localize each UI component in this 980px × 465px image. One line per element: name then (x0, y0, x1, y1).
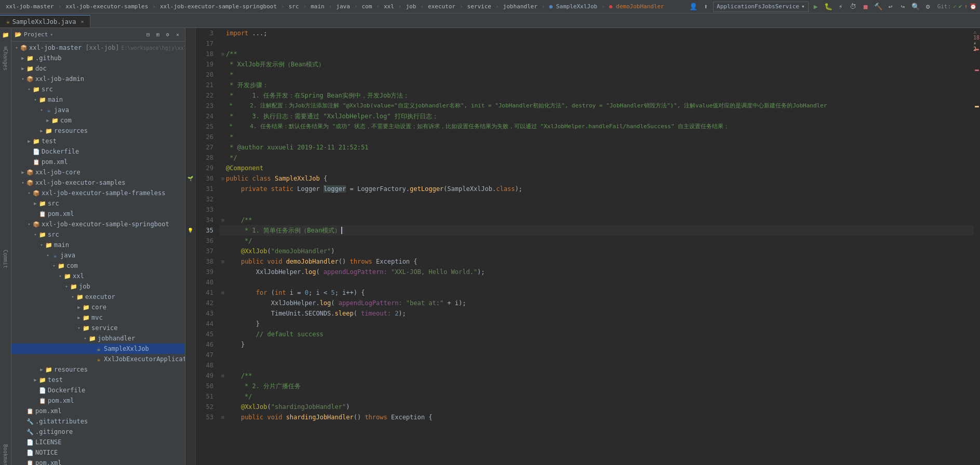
bookmarks-icon[interactable]: Bookmarks (1, 454, 10, 463)
coverage-button[interactable]: ⚡ (836, 2, 846, 12)
profile-run-button[interactable]: ⏱ (848, 2, 858, 12)
run-button[interactable]: ▶ (811, 2, 821, 12)
breadcrumb-src[interactable]: src (286, 2, 302, 11)
tree-item-springboot-resources[interactable]: ▶ 📁 resources (11, 364, 185, 375)
ln-45: 45 (196, 329, 213, 339)
expand-all-icon[interactable]: ⊞ (154, 31, 162, 39)
tab-samplexxljob[interactable]: ☕ SampleXxlJob.java ✕ (0, 15, 90, 28)
gear-icon[interactable]: ⚙ (164, 31, 172, 39)
tree-item-springboot-mvc[interactable]: ▶ 📁 mvc (11, 312, 185, 323)
gutter-35[interactable]: 💡 (185, 225, 195, 236)
breadcrumb-java[interactable]: java (333, 2, 353, 11)
tree-item-springboot-xxl[interactable]: ▾ 📁 xxl (11, 271, 185, 281)
tree-item-frameless-pom[interactable]: ▶ 📋 pom.xml (11, 209, 185, 219)
tree-item-admin-pom[interactable]: ▶ 📋 pom.xml (11, 157, 185, 167)
tree-item-springboot-job[interactable]: ▾ 📁 job (11, 281, 185, 292)
project-icon[interactable]: 📁 (1, 30, 10, 39)
collapse-all-icon[interactable]: ⊟ (144, 31, 152, 39)
vcs-icon[interactable]: ⬆ (701, 2, 711, 12)
breadcrumb-executor[interactable]: executor (425, 2, 458, 11)
redo-button[interactable]: ↪ (898, 2, 908, 12)
breadcrumb-samplexxljob[interactable]: ● SampleXxlJob (546, 2, 600, 11)
tree-item-admin-dockerfile[interactable]: ▶ 📄 Dockerfile (11, 146, 185, 157)
tab-close-icon[interactable]: ✕ (80, 19, 84, 24)
tree-item-admin-resources[interactable]: ▶ 📁 resources (11, 126, 185, 136)
tree-item-springboot-dockerfile[interactable]: ▶ 📄 Dockerfile (11, 385, 185, 395)
tree-item-sample-springboot[interactable]: ▾ 📦 xxl-job-executor-sample-springboot (11, 219, 185, 229)
fold-41[interactable]: ⊟ (220, 288, 226, 298)
undo-button[interactable]: ↩ (885, 2, 896, 12)
tree-item-springboot-jobhandler[interactable]: ▾ 📁 jobhandler (11, 333, 185, 344)
gutter-30[interactable]: 🌱 (185, 173, 195, 184)
folder-icon-springboot-com: 📁 (57, 263, 65, 269)
fold-30[interactable]: ⊟ (220, 173, 226, 184)
code-text-18: /** (226, 49, 237, 59)
commit-icon[interactable]: Commit (1, 254, 10, 264)
breadcrumb-xxl[interactable]: xxl (381, 2, 397, 11)
breadcrumb-jobhandler[interactable]: jobhandler (501, 2, 540, 11)
tree-label-core: xxl-job-core (35, 169, 80, 176)
ln-51: 51 (196, 391, 213, 402)
tree-item-springboot-src[interactable]: ▾ 📁 src (11, 229, 185, 240)
breadcrumb-springboot[interactable]: xxl-job-executor-sample-springboot (157, 2, 279, 11)
tree-item-springboot-main[interactable]: ▾ 📁 main (11, 240, 185, 250)
fold-18[interactable]: ⊟ (220, 49, 226, 59)
breadcrumb-main[interactable]: main (308, 2, 327, 11)
breadcrumb-xxl-job-master[interactable]: xxl-job-master (3, 2, 57, 11)
search-everywhere-button[interactable]: 🔍 (910, 2, 921, 12)
tree-item-doc[interactable]: ▶ 📁 doc (11, 63, 185, 74)
settings-button[interactable]: ⚙ (923, 2, 933, 12)
tree-item-core[interactable]: ▶ 📦 xxl-job-core (11, 167, 185, 177)
tree-item-springboot-executor[interactable]: ▾ 📁 executor (11, 292, 185, 302)
tree-item-springboot-pom[interactable]: ▶ 📋 pom.xml (11, 395, 185, 406)
tree-item-pom-root[interactable]: ▶ 📋 pom.xml (11, 406, 185, 416)
sep7: › (375, 3, 380, 10)
fold-38[interactable]: ⊟ (220, 256, 226, 267)
tree-item-gitattributes[interactable]: ▶ 🔧 .gitattributes (11, 416, 185, 427)
fold-49[interactable]: ⊟ (220, 371, 226, 381)
tree-item-samplexxljob[interactable]: ▶ ☕ SampleXxlJob (11, 344, 185, 354)
breadcrumb-job[interactable]: job (403, 2, 419, 11)
breadcrumb-demojobhandler[interactable]: ● demoJobHandler (607, 2, 667, 11)
tree-item-root[interactable]: ▾ 📦 xxl-job-master [xxl-job] E:\workspac… (11, 43, 185, 53)
debug-button[interactable]: 🐛 (823, 2, 834, 12)
tree-item-frameless-src[interactable]: ▶ 📁 src (11, 198, 185, 209)
tree-item-executor-samples[interactable]: ▾ 📦 xxl-job-executor-samples (11, 177, 185, 188)
stop-button[interactable]: ■ (861, 2, 871, 12)
run-config-selector[interactable]: ApplicationFsJobsService ▾ (713, 2, 809, 12)
tree-item-springboot-service[interactable]: ▾ 📁 service (11, 323, 185, 333)
build-button[interactable]: 🔨 (873, 2, 883, 12)
tree-item-pom2[interactable]: ▶ 📋 pom.xml (11, 458, 185, 465)
tree-item-github[interactable]: ▶ 📁 .github (11, 53, 185, 63)
tree-item-notice[interactable]: ▶ 📄 NOTICE (11, 447, 185, 458)
ln-24: 24 (196, 111, 213, 121)
tree-item-xxljobexecutor[interactable]: ▶ ☕ XxlJobExecutorApplication (11, 354, 185, 364)
breadcrumb-com[interactable]: com (359, 2, 374, 11)
changes-icon[interactable]: Changes (1, 55, 10, 64)
tree-item-admin[interactable]: ▾ 📦 xxl-job-admin (11, 74, 185, 84)
breadcrumb-executor-samples[interactable]: xxl-job-executor-samples (63, 2, 151, 11)
tree-item-admin-src[interactable]: ▾ 📁 src (11, 84, 185, 94)
tree-item-admin-java[interactable]: ▾ ☕ java (11, 105, 185, 115)
tree-item-sample-frameless[interactable]: ▾ 📦 xxl-job-executor-sample-frameless (11, 188, 185, 198)
fold-34[interactable]: ⊟ (220, 215, 226, 225)
tree-item-gitignore[interactable]: ▶ 🔧 .gitignore (11, 427, 185, 437)
tree-item-admin-main[interactable]: ▾ 📁 main (11, 94, 185, 105)
tree-item-admin-com[interactable]: ▶ 📁 com (11, 115, 185, 126)
gutter-icons: 🌱 💡 (185, 28, 196, 465)
tree-item-admin-test[interactable]: ▶ 📁 test (11, 136, 185, 146)
tree-item-springboot-com[interactable]: ▾ 📁 com (11, 261, 185, 271)
profile-icon[interactable]: 👤 (688, 2, 699, 12)
ln-17: 17 (196, 38, 213, 49)
xml-icon-frameless-pom: 📋 (38, 211, 47, 217)
tree-item-springboot-test[interactable]: ▶ 📁 test (11, 375, 185, 385)
tree-item-springboot-core[interactable]: ▶ 📁 core (11, 302, 185, 312)
tree-item-license[interactable]: ▶ 📄 LICENSE (11, 437, 185, 447)
fold-53[interactable]: ⊟ (220, 412, 226, 422)
sep2: › (152, 3, 156, 10)
close-sidebar-icon[interactable]: ✕ (173, 31, 182, 39)
breadcrumb-service[interactable]: service (465, 2, 494, 11)
tree-item-springboot-java[interactable]: ▾ ☕ java (11, 250, 185, 261)
project-dropdown-icon[interactable]: ▾ (50, 32, 53, 37)
code-editor[interactable]: import ...; ⊟ /** * XxlJob开发示例（Bean模式） * (216, 28, 974, 465)
